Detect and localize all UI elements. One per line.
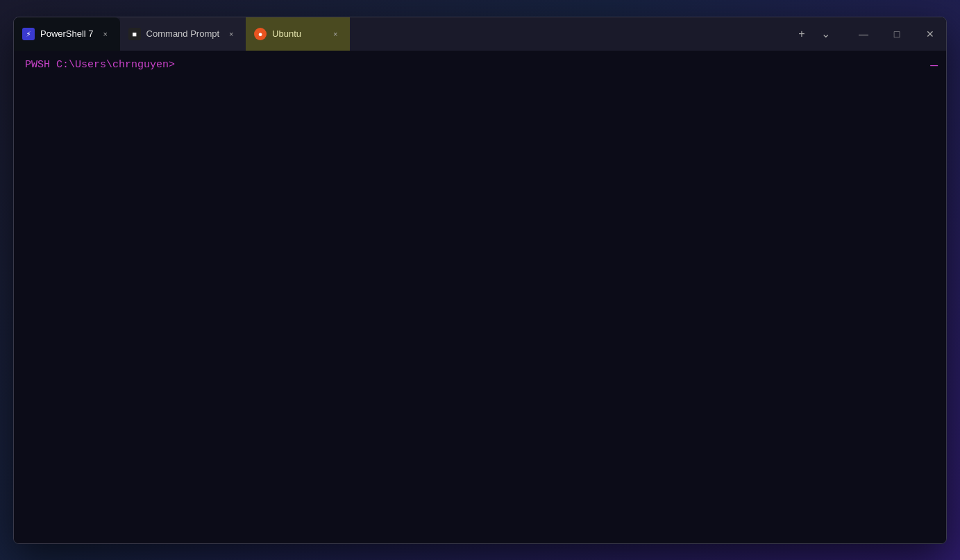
ubuntu-icon: ● — [254, 28, 267, 40]
tab-ubuntu-close[interactable]: × — [329, 28, 342, 40]
new-tab-button[interactable]: + — [791, 23, 813, 45]
tab-cmd[interactable]: ■ Command Prompt × — [120, 17, 246, 51]
minimize-button[interactable]: — — [848, 23, 879, 45]
tab-cmd-label: Command Prompt — [146, 28, 219, 39]
tab-powershell-close[interactable]: × — [99, 28, 112, 40]
close-button[interactable]: ✕ — [914, 23, 946, 45]
maximize-button[interactable]: □ — [881, 23, 913, 45]
tab-bar: ⚡ PowerShell 7 × ■ Command Prompt × ● Ub… — [14, 17, 946, 51]
cmd-icon: ■ — [128, 28, 141, 40]
tab-ubuntu-label: Ubuntu — [272, 28, 323, 39]
terminal-content[interactable]: PWSH C:\Users\chrnguyen> — — [14, 51, 946, 543]
prompt-line: PWSH C:\Users\chrnguyen> — [25, 59, 935, 71]
tab-ubuntu[interactable]: ● Ubuntu × — [246, 17, 350, 51]
tab-bar-actions: + ⌄ — [791, 17, 842, 51]
tab-powershell-label: PowerShell 7 — [40, 28, 94, 39]
terminal-window: ⚡ PowerShell 7 × ■ Command Prompt × ● Ub… — [13, 17, 947, 544]
tab-powershell[interactable]: ⚡ PowerShell 7 × — [14, 17, 120, 51]
prompt-text: PWSH C:\Users\chrnguyen> — [25, 59, 175, 71]
cursor-dash: — — [930, 59, 938, 71]
tab-cmd-close[interactable]: × — [225, 28, 237, 40]
dropdown-button[interactable]: ⌄ — [814, 23, 836, 45]
window-controls: — □ ✕ — [842, 17, 946, 51]
powershell-icon: ⚡ — [22, 28, 35, 40]
